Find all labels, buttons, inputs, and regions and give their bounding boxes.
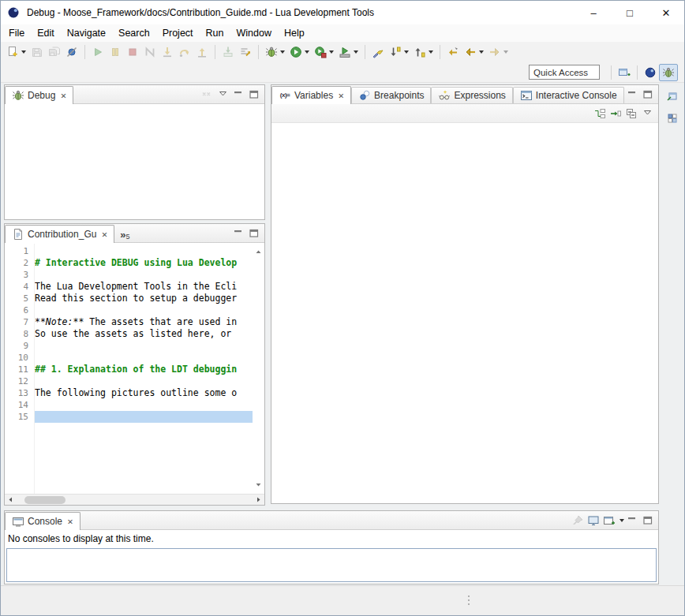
coverage-button[interactable] xyxy=(312,43,336,61)
show-logical-structure-button[interactable] xyxy=(608,106,623,121)
window-close-button[interactable]: ✕ xyxy=(648,1,684,24)
close-icon[interactable]: ✕ xyxy=(67,517,73,526)
editor-text-area[interactable]: # Interactive DEBUG using Lua DevelopThe… xyxy=(35,244,253,494)
save-button[interactable] xyxy=(28,43,46,61)
close-icon[interactable]: ✕ xyxy=(101,230,107,239)
dropdown-arrow-icon[interactable] xyxy=(21,50,26,54)
step-return-button[interactable] xyxy=(193,43,211,61)
save-all-button[interactable] xyxy=(46,43,63,61)
editor-line[interactable]: The Lua Development Tools in the Ecli xyxy=(35,281,253,293)
step-into-button[interactable] xyxy=(159,43,176,61)
tab-debug[interactable]: Debug ✕ xyxy=(5,86,73,104)
line-number[interactable]: 12 xyxy=(5,375,28,387)
use-step-filters-button[interactable] xyxy=(237,43,254,61)
scroll-right-icon[interactable] xyxy=(255,495,262,506)
tab-interactive-console[interactable]: Interactive Console xyxy=(513,87,624,103)
forward-button[interactable] xyxy=(486,43,511,61)
editor-line[interactable]: # Interactive DEBUG using Lua Develop xyxy=(35,257,253,269)
menu-file[interactable]: File xyxy=(2,26,31,40)
minimize-button[interactable] xyxy=(624,513,640,528)
restore-view-button[interactable] xyxy=(664,88,681,105)
scroll-left-icon[interactable] xyxy=(7,495,14,506)
minimized-view-button[interactable] xyxy=(664,110,681,127)
editor-line[interactable]: So use the assets as listed here, or xyxy=(35,328,253,340)
line-number[interactable]: 1 xyxy=(5,245,28,257)
line-number[interactable]: 8 xyxy=(5,328,28,340)
back-button[interactable] xyxy=(462,43,486,61)
line-number[interactable]: 11 xyxy=(5,364,28,375)
view-menu-button[interactable] xyxy=(215,87,230,103)
line-number[interactable]: 4 xyxy=(5,281,28,293)
line-number[interactable]: 15 xyxy=(5,411,28,423)
close-icon[interactable]: ✕ xyxy=(338,91,344,100)
editor-line[interactable] xyxy=(35,245,253,257)
show-type-names-button[interactable] xyxy=(592,106,608,121)
debug-button[interactable] xyxy=(263,43,287,61)
lua-perspective-button[interactable] xyxy=(642,64,659,81)
line-number-ruler[interactable]: 123456789101112131415 xyxy=(5,244,35,494)
maximize-button[interactable] xyxy=(246,87,262,103)
new-wizard-button[interactable] xyxy=(4,43,28,61)
minimize-button[interactable] xyxy=(230,226,246,241)
editor-line[interactable] xyxy=(35,375,253,387)
titlebar[interactable]: Debug - Moose_Framework/docs/Contributio… xyxy=(1,1,684,24)
scrollbar-track[interactable] xyxy=(17,496,253,504)
run-button[interactable] xyxy=(287,43,312,61)
line-number[interactable]: 9 xyxy=(5,340,28,352)
scrollbar-thumb[interactable] xyxy=(24,496,66,504)
dropdown-arrow-icon[interactable] xyxy=(503,50,508,54)
menu-search[interactable]: Search xyxy=(112,26,156,40)
maximize-button[interactable] xyxy=(640,87,656,103)
debug-view-body[interactable] xyxy=(5,105,264,219)
next-annotation-button[interactable] xyxy=(387,43,411,61)
dropdown-arrow-icon[interactable] xyxy=(354,50,358,54)
horizontal-scrollbar[interactable] xyxy=(5,494,264,505)
dropdown-arrow-icon[interactable] xyxy=(305,50,309,54)
editor-line[interactable] xyxy=(35,399,253,411)
last-edit-location-button[interactable] xyxy=(444,43,462,61)
editor-current-line[interactable] xyxy=(35,411,253,423)
line-number[interactable]: 13 xyxy=(5,387,28,399)
pin-console-button[interactable] xyxy=(570,513,586,528)
display-selected-console-button[interactable] xyxy=(586,513,601,528)
editor-line[interactable] xyxy=(35,340,253,352)
view-menu-button[interactable] xyxy=(639,106,655,121)
tab-console[interactable]: Console ✕ xyxy=(5,512,80,530)
dropdown-arrow-icon[interactable] xyxy=(329,50,334,54)
editor-line[interactable]: **Note:** The assets that are used in xyxy=(35,316,253,328)
editor-line[interactable]: The following pictures outline some o xyxy=(35,387,253,399)
remove-all-terminated-button[interactable] xyxy=(199,87,215,103)
menu-run[interactable]: Run xyxy=(200,26,230,40)
dropdown-arrow-icon[interactable] xyxy=(429,50,433,54)
scroll-down-icon[interactable] xyxy=(255,480,262,491)
disconnect-button[interactable] xyxy=(141,43,159,61)
scroll-up-icon[interactable] xyxy=(255,247,262,258)
minimize-button[interactable] xyxy=(230,87,246,103)
menu-navigate[interactable]: Navigate xyxy=(61,26,112,40)
minimize-button[interactable] xyxy=(624,87,640,103)
window-maximize-button[interactable]: □ xyxy=(612,1,648,24)
line-number[interactable]: 5 xyxy=(5,293,28,304)
menu-window[interactable]: Window xyxy=(230,26,278,40)
resize-grip[interactable] xyxy=(468,595,470,605)
line-number[interactable]: 3 xyxy=(5,269,28,281)
console-viewer[interactable] xyxy=(6,548,657,582)
drop-to-frame-button[interactable] xyxy=(219,43,237,61)
external-tools-button[interactable] xyxy=(336,43,361,61)
menu-project[interactable]: Project xyxy=(156,26,200,40)
open-perspective-button[interactable] xyxy=(616,64,633,81)
dropdown-arrow-icon[interactable] xyxy=(479,50,484,54)
open-console-button[interactable] xyxy=(601,513,617,528)
terminate-button[interactable] xyxy=(124,43,141,61)
menu-edit[interactable]: Edit xyxy=(31,26,61,40)
debug-perspective-button[interactable] xyxy=(659,64,678,81)
tab-breakpoints[interactable]: Breakpoints xyxy=(351,87,431,103)
line-number[interactable]: 2 xyxy=(5,257,28,269)
editor-line[interactable]: Read this section to setup a debugger xyxy=(35,293,253,304)
previous-annotation-button[interactable] xyxy=(411,43,436,61)
skip-all-breakpoints-button[interactable] xyxy=(63,43,80,61)
suspend-button[interactable] xyxy=(107,43,124,61)
line-number[interactable]: 6 xyxy=(5,304,28,316)
resume-button[interactable] xyxy=(89,43,107,61)
collapse-all-button[interactable] xyxy=(623,106,639,121)
